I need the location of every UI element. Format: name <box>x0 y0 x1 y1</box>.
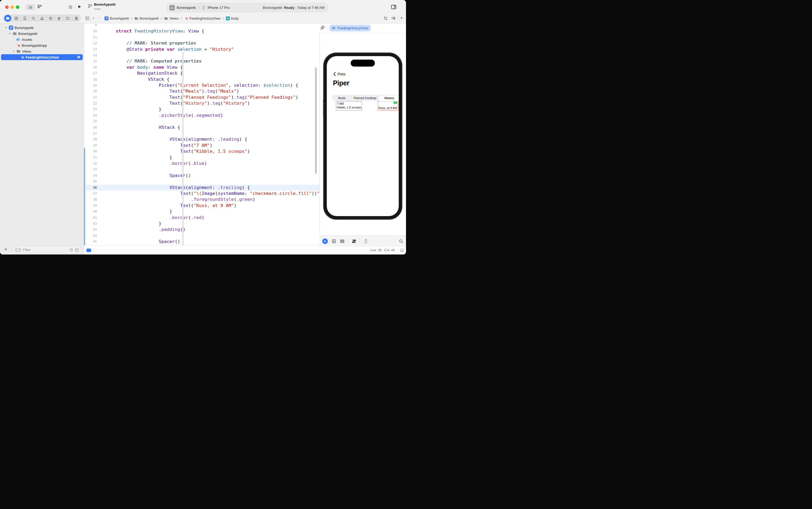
live-preview-button[interactable] <box>322 238 328 244</box>
minimize-button[interactable] <box>10 5 14 9</box>
app-screen[interactable]: Pets Piper MealsPlanned FeedingsHistory … <box>327 56 399 216</box>
segmented-control[interactable]: MealsPlanned FeedingsHistory <box>332 95 399 101</box>
segment-History[interactable]: History <box>379 96 399 100</box>
code-line-38[interactable]: 38.foregroundStyle(.green) <box>84 197 319 202</box>
zoom-preview-button[interactable] <box>399 239 403 243</box>
back-nav-button[interactable]: Pets <box>333 72 346 76</box>
navigator-tab-test-diamond-icon[interactable] <box>46 16 55 21</box>
breadcrumb-item[interactable]: BoneAppetit <box>104 16 129 21</box>
code-line-39[interactable]: 39Text("Russ, at 9 AM") <box>84 203 319 209</box>
code-line-43[interactable]: 43.padding() <box>84 227 319 233</box>
code-line-25[interactable]: 25 <box>84 118 319 124</box>
code-line-11[interactable]: 11 <box>84 34 319 40</box>
back-button[interactable]: ‹ <box>93 15 94 21</box>
code-review-button[interactable] <box>383 16 388 22</box>
code-line-17[interactable]: 17NavigationStack { <box>84 70 319 76</box>
fold-ribbon[interactable] <box>182 52 184 245</box>
code-line-32[interactable]: 32.border(.blue) <box>84 161 319 166</box>
preview-device-button[interactable] <box>364 239 368 243</box>
zoom-button[interactable] <box>16 5 19 9</box>
disclosure-icon[interactable] <box>9 32 11 35</box>
navigator-tab-folder-icon[interactable] <box>4 15 11 22</box>
related-items-button[interactable] <box>85 16 90 22</box>
segment-Meals[interactable]: Meals <box>332 96 351 100</box>
editor-options-button[interactable] <box>391 16 396 22</box>
navigator-tab-warning-icon[interactable] <box>38 16 46 21</box>
run-button[interactable] <box>77 5 81 10</box>
code-line-22[interactable]: 22Text("History").tag("History") <box>84 100 319 106</box>
tree-row-BoneAppetit[interactable]: BoneAppetit <box>0 31 84 36</box>
source-editor[interactable]: 910struct FeedingHistoryView: View {1112… <box>84 23 319 245</box>
tree-row-BoneAppetitApp[interactable]: BoneAppetitApp <box>0 42 84 48</box>
variants-mode-button[interactable] <box>340 239 344 243</box>
navigator-tab-debug-spray-icon[interactable] <box>55 16 63 21</box>
pin-preview-button[interactable] <box>320 25 325 31</box>
code-line-45[interactable]: 45Spacer() <box>84 239 319 244</box>
disclosure-icon[interactable] <box>5 26 7 29</box>
code-line-42[interactable]: 42} <box>84 221 319 227</box>
filter-field[interactable]: Filter <box>12 246 81 254</box>
tree-row-Assets[interactable]: Assets <box>0 36 84 42</box>
forward-button[interactable]: › <box>98 15 100 21</box>
add-editor-button[interactable]: + <box>400 15 403 21</box>
navigator-tab-report-icon[interactable] <box>72 16 80 21</box>
code-line-20[interactable]: 20Text("Meals").tag("Meals") <box>84 88 319 94</box>
code-line-31[interactable]: 31} <box>84 155 319 161</box>
tree-row-Views[interactable]: Views <box>0 48 84 54</box>
code-line-21[interactable]: 21Text("Planned Feedings").tag("Planned … <box>84 95 319 100</box>
segment-Planned Feedings[interactable]: Planned Feedings <box>351 96 379 100</box>
source-control-filter-icon[interactable] <box>75 248 79 252</box>
minimap-toggle-icon[interactable] <box>400 248 404 252</box>
editor-focus-indicator[interactable] <box>87 248 91 252</box>
device-settings-button[interactable] <box>352 239 356 243</box>
inspector-toggle-button[interactable] <box>391 4 397 11</box>
disclosure-icon[interactable] <box>12 50 15 53</box>
code-line-19[interactable]: 19Picker("Current Selection", selection:… <box>84 82 319 88</box>
navigator-tab-changes-icon[interactable] <box>12 16 21 21</box>
code-line-23[interactable]: 23} <box>84 106 319 112</box>
stop-button[interactable] <box>69 5 72 9</box>
tree-row-BoneAppetit[interactable]: BoneAppetit <box>0 25 84 31</box>
navigator-toggle-button[interactable] <box>26 4 35 10</box>
code-line-41[interactable]: 41.border(.red) <box>84 215 319 221</box>
editor-scrollbar[interactable] <box>315 67 317 174</box>
code-line-27[interactable]: 27 <box>84 131 319 136</box>
tree-row-FeedingHistoryView[interactable]: FeedingHistoryViewM <box>0 54 84 60</box>
add-file-button[interactable]: + <box>4 246 7 252</box>
code-line-37[interactable]: 37Text("\(Image(systemName: "checkmark.c… <box>84 191 319 197</box>
code-line-34[interactable]: 34Spacer() <box>84 173 319 178</box>
code-line-24[interactable]: 24.pickerStyle(.segmented) <box>84 112 319 118</box>
recents-filter-icon[interactable] <box>69 248 73 252</box>
code-line-15[interactable]: 15// MARK: Computed properties <box>84 58 319 64</box>
code-line-12[interactable]: 12// MARK: Stored properties <box>84 40 319 46</box>
assistant-button[interactable] <box>37 4 42 10</box>
code-line-18[interactable]: 18VStack { <box>84 76 319 82</box>
selectable-mode-button[interactable] <box>332 239 336 243</box>
navigator-tab-bookmark-icon[interactable] <box>21 16 29 21</box>
code-line-29[interactable]: 29Text("7 AM") <box>84 142 319 148</box>
code-line-13[interactable]: 13@State private var selection = "Histor… <box>84 46 319 53</box>
code-line-40[interactable]: 40} <box>84 209 319 214</box>
code-line-44[interactable]: 44 <box>84 233 319 239</box>
navigator-tab-breakpoint-tag-icon[interactable] <box>63 16 72 21</box>
scheme-status-capsule[interactable]: A BoneAppetit iPhone 17 Pro BoneAppetit:… <box>167 3 328 12</box>
code-line-14[interactable]: 14 <box>84 53 319 58</box>
code-line-10[interactable]: 10struct FeedingHistoryView: View { <box>84 28 319 34</box>
close-button[interactable] <box>5 5 9 9</box>
code-line-16[interactable]: 16var body: some View { <box>84 64 319 70</box>
code-line-35[interactable]: 35 <box>84 178 319 184</box>
navigator-tab-search-icon[interactable] <box>29 16 38 21</box>
breadcrumb-item[interactable]: Pbody <box>226 16 239 21</box>
code-line-28[interactable]: 28VStack(alignment: .leading) { <box>84 136 319 142</box>
code-line-30[interactable]: 30Text("Kibble, 1.5 scoops") <box>84 148 319 155</box>
breadcrumb-item[interactable]: FeedingHistoryView <box>184 16 220 21</box>
breadcrumb-item[interactable]: BoneAppetit <box>134 16 159 21</box>
run-destination[interactable]: iPhone 17 Pro <box>208 6 230 10</box>
code-line-36[interactable]: 36VStack(alignment: .trailing) { <box>84 185 319 191</box>
code-line-9[interactable]: 9 <box>84 23 319 28</box>
scheme-name[interactable]: BoneAppetit <box>177 6 196 10</box>
preview-chip[interactable]: FeedingHistoryView <box>330 25 371 31</box>
code-line-26[interactable]: 26HStack { <box>84 125 319 131</box>
code-line-33[interactable]: 33 <box>84 166 319 172</box>
breadcrumb-item[interactable]: Views <box>164 16 178 21</box>
